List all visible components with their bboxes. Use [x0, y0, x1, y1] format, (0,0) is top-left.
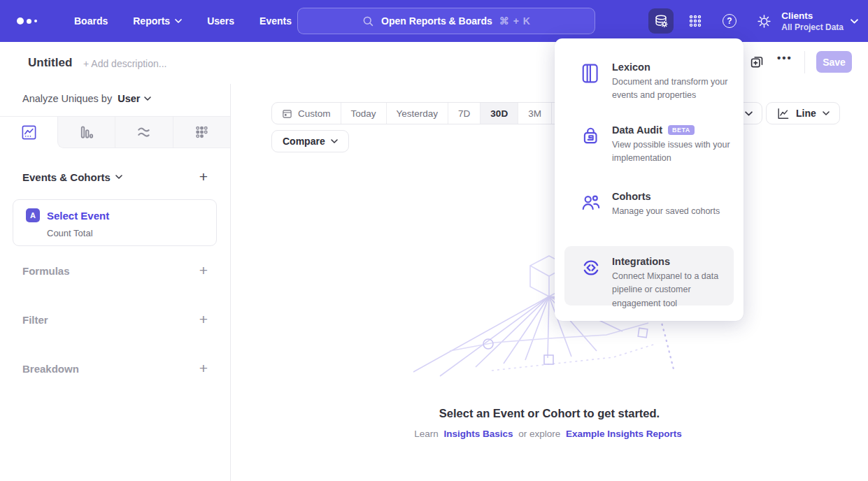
duplicate-report-button[interactable]	[749, 54, 765, 73]
chart-type-label: Line	[796, 108, 816, 119]
data-management-button[interactable]	[648, 8, 674, 34]
date-range-label: Custom	[298, 108, 331, 119]
mixpanel-logo	[17, 17, 53, 24]
chevron-down-icon	[175, 19, 182, 23]
middle-text: or explore	[518, 429, 560, 439]
date-range-label: 7D	[458, 108, 470, 119]
select-event-link[interactable]: Select Event	[47, 210, 109, 222]
project-switcher[interactable]: Clients All Project Data	[781, 0, 858, 42]
query-sidebar: Analyze Uniques by User	[0, 84, 231, 481]
date-range-label: 30D	[490, 108, 508, 119]
date-range-control: Custom Today Yesterday 7D 30D 3M 6M	[271, 102, 585, 124]
event-aggregation[interactable]: Count Total	[47, 228, 93, 238]
chart-type-dropdown[interactable]: Line	[766, 102, 840, 124]
tab-bar-chart[interactable]	[58, 117, 115, 148]
nav-item-label: Reports	[133, 15, 170, 27]
more-options-button[interactable]: •••	[777, 52, 792, 64]
search-shortcut: ⌘ + K	[499, 15, 531, 27]
metrics-tab-icon	[194, 124, 210, 141]
add-breakdown-button[interactable]: +	[199, 362, 208, 375]
nav-item-users[interactable]: Users	[207, 15, 234, 27]
event-card[interactable]: A Select Event Count Total	[13, 199, 217, 246]
nav-item-label: Events	[259, 15, 292, 27]
date-range-label: Today	[351, 108, 376, 119]
bar-chart-tab-icon	[78, 124, 94, 141]
analyze-by-selector[interactable]: User	[116, 93, 151, 104]
tab-line-chart[interactable]	[0, 117, 57, 148]
tab-flow-chart[interactable]	[115, 117, 172, 148]
filter-label: Filter	[22, 314, 48, 326]
empty-state-title: Select an Event or Cohort to get started…	[301, 407, 798, 420]
date-range-custom[interactable]: Custom	[272, 103, 341, 124]
date-range-yesterday[interactable]: Yesterday	[386, 103, 448, 124]
menu-item-title: Data Audit	[612, 124, 662, 136]
date-range-label: Yesterday	[397, 108, 439, 119]
add-description-field[interactable]: + Add description...	[83, 58, 166, 69]
top-nav: Boards Reports Users Events Open Reports…	[0, 0, 868, 42]
menu-item-cohorts[interactable]: Cohorts Manage your saved cohorts	[555, 191, 744, 218]
menu-item-title: Cohorts	[612, 191, 651, 202]
chevron-down-icon	[331, 139, 338, 143]
gear-icon	[757, 14, 771, 29]
cohorts-icon	[581, 192, 602, 213]
menu-item-description: View possible issues with your implement…	[612, 138, 739, 166]
menu-item-description: Document and transform your events and p…	[612, 76, 739, 103]
report-title[interactable]: Untitled	[28, 56, 72, 70]
learn-prefix: Learn	[414, 429, 439, 439]
breakdown-section: Breakdown +	[22, 362, 208, 375]
nav-item-reports[interactable]: Reports	[133, 15, 182, 27]
org-name: Clients	[781, 10, 844, 22]
menu-item-data-audit[interactable]: Data Audit BETA View possible issues wit…	[555, 124, 744, 166]
line-chart-icon	[776, 107, 790, 120]
empty-state-links: Learn Insights Basics or explore Example…	[301, 429, 798, 439]
search-input[interactable]: Open Reports & Boards ⌘ + K	[297, 8, 595, 34]
event-letter-badge: A	[26, 208, 40, 222]
app-window: Boards Reports Users Events Open Reports…	[0, 0, 868, 481]
chevron-down-icon	[745, 111, 753, 116]
beta-badge: BETA	[668, 125, 695, 135]
chevron-down-icon	[823, 111, 830, 115]
breakdown-label: Breakdown	[22, 363, 79, 375]
menu-item-lexicon[interactable]: Lexicon Document and transform your even…	[555, 62, 744, 103]
add-filter-button[interactable]: +	[199, 313, 208, 326]
insights-basics-link[interactable]: Insights Basics	[443, 429, 513, 439]
filter-section: Filter +	[22, 313, 208, 326]
duplicate-icon	[749, 54, 765, 70]
help-icon: ?	[723, 14, 737, 28]
date-range-3m[interactable]: 3M	[518, 103, 551, 124]
menu-item-title: Integrations	[612, 256, 670, 267]
compare-button[interactable]: Compare	[271, 130, 349, 152]
help-button[interactable]: ?	[717, 8, 742, 34]
chevron-down-icon	[144, 96, 151, 101]
apps-grid-button[interactable]	[683, 8, 708, 34]
tab-metrics-grid[interactable]	[173, 117, 230, 148]
menu-item-description: Manage your saved cohorts	[612, 205, 720, 218]
add-event-button[interactable]: +	[199, 171, 208, 183]
date-range-7d[interactable]: 7D	[448, 103, 480, 124]
events-cohorts-header: Events & Cohorts +	[22, 171, 208, 183]
nav-item-boards[interactable]: Boards	[74, 15, 108, 27]
chart-type-tabs	[0, 116, 230, 148]
date-range-today[interactable]: Today	[341, 103, 386, 124]
chevron-down-icon[interactable]	[115, 175, 122, 179]
project-name: All Project Data	[781, 22, 844, 32]
menu-item-integrations[interactable]: Integrations Connect Mixpanel to a data …	[564, 246, 734, 306]
flow-tab-icon	[136, 124, 152, 141]
formulas-label: Formulas	[22, 265, 70, 277]
date-range-30d[interactable]: 30D	[480, 103, 518, 124]
add-formula-button[interactable]: +	[199, 264, 208, 277]
chart-type-tabs-rest	[57, 117, 230, 148]
search-icon	[362, 15, 374, 27]
compare-label: Compare	[283, 136, 325, 147]
nav-item-events[interactable]: Events	[259, 15, 292, 27]
header-divider	[804, 51, 805, 73]
integrations-icon	[581, 257, 602, 278]
data-audit-icon	[581, 126, 602, 147]
formulas-section: Formulas +	[22, 264, 208, 277]
example-insights-reports-link[interactable]: Example Insights Reports	[566, 429, 682, 439]
nav-item-label: Boards	[74, 15, 108, 27]
menu-item-description: Connect Mixpanel to a data pipeline or c…	[612, 270, 734, 310]
save-button[interactable]: Save	[816, 51, 852, 73]
settings-button[interactable]	[751, 8, 776, 34]
analyze-uniques-label: Analyze Uniques by	[22, 93, 112, 104]
